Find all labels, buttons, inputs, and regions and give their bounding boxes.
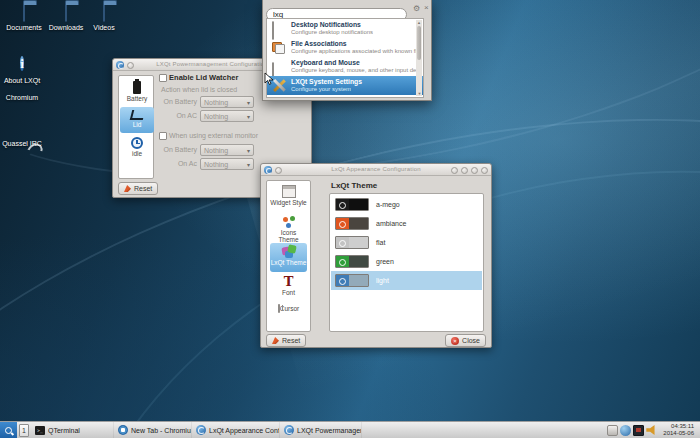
lxqt-menu-icon xyxy=(5,427,12,434)
theme-name: ambiance xyxy=(376,220,406,227)
desktop-icon-chromium[interactable]: Chromium xyxy=(0,92,44,102)
reset-button[interactable]: Reset xyxy=(266,334,306,347)
sidebar-item-label: idle xyxy=(132,150,142,157)
theme-name: flat xyxy=(376,239,385,246)
result-desktop-notifications[interactable]: Desktop Notifications Configure desktop … xyxy=(267,19,423,38)
theme-row-green[interactable]: green xyxy=(331,252,482,271)
mouse-cursor xyxy=(264,72,274,86)
sidebar-item-icons-theme[interactable]: Icons Theme xyxy=(270,213,307,242)
network-icon[interactable] xyxy=(620,425,631,436)
clock-date: 2014-05-06 xyxy=(663,430,694,437)
combo-value: Nothing xyxy=(204,161,228,168)
reset-button-label: Reset xyxy=(134,185,152,192)
result-subtitle: Configure your system xyxy=(291,86,351,92)
appearance-sidebar: Widget Style Icons Theme LxQt Theme T Fo… xyxy=(266,180,311,332)
task-label: LxQt Appearance Configur... xyxy=(209,427,280,434)
task-chromium[interactable]: New Tab - Chromium xyxy=(114,422,192,438)
on-battery-select[interactable]: Nothing ▾ xyxy=(200,144,254,156)
icons-theme-icon xyxy=(282,215,296,228)
scroll-down-icon[interactable]: ▼ xyxy=(418,91,422,96)
external-monitor-checkbox[interactable] xyxy=(159,132,167,140)
system-tray: 04:35:11 2014-05-06 xyxy=(607,423,700,437)
result-lxqt-system-settings[interactable]: LXQt System Settings Configure your syst… xyxy=(267,76,423,95)
sidebar-item-lxqt-theme[interactable]: LxQt Theme xyxy=(270,243,307,272)
task-label: LXQt Powermanagement ... xyxy=(297,427,362,434)
task-label: New Tab - Chromium xyxy=(131,427,192,434)
task-powermanagement[interactable]: LXQt Powermanagement ... xyxy=(280,422,362,438)
desktop-icon-documents[interactable]: Documents xyxy=(2,4,46,32)
result-title: Desktop Notifications xyxy=(291,21,361,28)
theme-row-a-mego[interactable]: a-mego xyxy=(331,195,482,214)
task-qterminal[interactable]: >_ QTerminal xyxy=(31,422,114,438)
sidebar-item-font[interactable]: T Font xyxy=(270,273,307,302)
scrollbar-thumb[interactable] xyxy=(417,26,421,60)
appearance-titlebar[interactable]: LxQt Appearance Configuration xyxy=(261,164,491,176)
chevron-down-icon: ▾ xyxy=(247,113,250,120)
app-menu-button[interactable] xyxy=(0,422,17,438)
reset-button-label: Reset xyxy=(282,337,300,344)
result-title: Keyboard and Mouse xyxy=(291,59,360,66)
sidebar-item-label: Icons Theme xyxy=(278,229,298,243)
theme-preview xyxy=(335,274,369,287)
workspace-switcher[interactable]: 1 xyxy=(19,424,29,437)
sidebar-item-cursor[interactable]: Cursor xyxy=(270,303,307,332)
theme-preview xyxy=(335,198,369,211)
maximize-button[interactable] xyxy=(471,167,478,174)
result-power-management[interactable]: Power Management xyxy=(267,95,423,98)
folder-icon xyxy=(65,3,67,22)
minimize-button[interactable] xyxy=(461,167,468,174)
combo-value: Nothing xyxy=(204,113,228,120)
reset-icon xyxy=(272,337,279,344)
external-monitor-row: When using external monitor xyxy=(159,132,258,140)
theme-row-light[interactable]: light xyxy=(331,271,482,290)
terminal-icon: >_ xyxy=(35,426,45,435)
theme-row-flat[interactable]: flat xyxy=(331,233,482,252)
close-icon[interactable]: × xyxy=(424,3,429,12)
result-subtitle: Configure keyboard, mouse, and other inp… xyxy=(291,67,419,73)
sidebar-item-lid[interactable]: Lid xyxy=(120,107,154,133)
scroll-up-icon[interactable]: ▲ xyxy=(417,20,421,25)
desktop-icon-label: Videos xyxy=(82,24,126,32)
sidebar-item-label: LxQt Theme xyxy=(271,259,307,266)
group-label: Action when lid is closed xyxy=(161,86,237,93)
widget-style-icon xyxy=(282,185,296,198)
chevron-down-icon: ▾ xyxy=(247,147,250,154)
enable-lid-watcher-checkbox[interactable] xyxy=(159,74,167,82)
sidebar-item-widget-style[interactable]: Widget Style xyxy=(270,183,307,212)
on-ac-select[interactable]: Nothing ▾ xyxy=(200,110,254,122)
result-subtitle: Configure applications associated with k… xyxy=(291,48,419,54)
reset-button[interactable]: Reset xyxy=(118,182,158,195)
volume-icon[interactable] xyxy=(646,425,657,436)
info-icon: i xyxy=(20,56,24,71)
removable-media-icon[interactable] xyxy=(607,425,618,436)
screensaver-icon[interactable] xyxy=(633,425,644,436)
task-appearance[interactable]: LxQt Appearance Configur... xyxy=(192,422,280,438)
folder-icon xyxy=(23,3,25,22)
desktop-icon-about-lxqt[interactable]: i About LXQt xyxy=(0,53,44,85)
sidebar-item-label: Lid xyxy=(133,121,142,128)
close-button[interactable]: × Close xyxy=(445,334,486,347)
lxqt-icon xyxy=(196,425,206,435)
scrollbar[interactable]: ▲ ▼ xyxy=(416,20,422,96)
lxqt-theme-icon xyxy=(282,245,296,258)
result-keyboard-mouse[interactable]: Keyboard and Mouse Configure keyboard, m… xyxy=(267,57,423,76)
appearance-window: LxQt Appearance Configuration Widget Sty… xyxy=(260,163,492,348)
sidebar-item-label: Widget Style xyxy=(270,199,307,206)
cursor-icon xyxy=(278,304,280,313)
sidebar-item-label: Font xyxy=(282,289,295,296)
result-title: File Associations xyxy=(291,40,347,47)
config-icon[interactable]: ⚙ xyxy=(413,4,420,13)
desktop-icon-videos[interactable]: Videos xyxy=(82,4,126,32)
theme-list: a-mego ambiance flat green light xyxy=(329,193,484,332)
desktop-icon-quassel[interactable]: Quassel IRC xyxy=(0,138,44,148)
theme-name: a-mego xyxy=(376,201,400,208)
on-battery-select[interactable]: Nothing ▾ xyxy=(200,96,254,108)
theme-row-ambiance[interactable]: ambiance xyxy=(331,214,482,233)
desktop-icon-label: About LXQt xyxy=(0,77,44,85)
shade-button[interactable] xyxy=(451,167,458,174)
on-ac-select[interactable]: Nothing ▾ xyxy=(200,158,254,170)
result-title: LXQt System Settings xyxy=(291,78,362,85)
clock[interactable]: 04:35:11 2014-05-06 xyxy=(659,423,698,437)
result-file-associations[interactable]: File Associations Configure applications… xyxy=(267,38,423,57)
close-window-button[interactable] xyxy=(481,167,488,174)
